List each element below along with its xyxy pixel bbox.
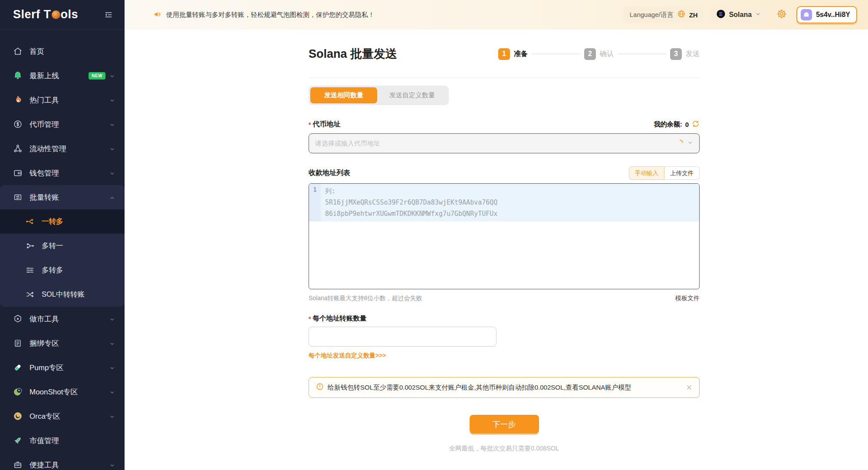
sidebar-item-convenience-tools[interactable]: 便捷工具 [0, 453, 125, 470]
sidebar-item-label: 代币管理 [30, 119, 59, 129]
sidebar-group-batch-transfer: 批量转账 一转多 多转一 多转多 S [0, 185, 125, 307]
manual-input-button[interactable]: 手动输入 [629, 166, 664, 180]
sidebar-item-label: MoonShot专区 [30, 387, 78, 397]
chevron-up-icon [109, 195, 115, 200]
sidebar-item-label: 流动性管理 [30, 144, 66, 154]
sidebar-item-sol-relay-transfer[interactable]: SOL中转转账 [0, 282, 125, 307]
sidebar-item-label: 便捷工具 [30, 460, 59, 470]
loading-spinner-icon [677, 139, 684, 148]
tab-custom-amount[interactable]: 发送自定义数量 [377, 87, 447, 103]
chevron-down-icon [109, 122, 115, 127]
balance-value: 0 [685, 121, 689, 128]
editor-line-number: 1 [309, 184, 321, 222]
recipients-label-row: 收款地址列表 手动输入 上传文件 [309, 166, 700, 180]
app-logo[interactable]: Slerf Tols [13, 8, 78, 21]
bundle-clipboard-icon [13, 338, 23, 348]
pill-icon [13, 363, 23, 372]
editor-placeholder-lines: 列: 5R16jjMXeQRsCSSo39F2r6QB7Da83wjEKt9AA… [321, 184, 699, 222]
sidebar-item-bundle-zone[interactable]: 捆绑专区 [0, 331, 125, 355]
sidebar-item-many-to-one[interactable]: 多转一 [0, 234, 125, 258]
sidebar-item-hot-tools[interactable]: 热门工具 [0, 88, 125, 112]
collapse-sidebar-icon[interactable] [103, 9, 114, 20]
sidebar-item-liquidity-mgmt[interactable]: 流动性管理 [0, 136, 125, 161]
input-mode-switch: 手动输入 上传文件 [629, 166, 700, 180]
sidebar-item-moonshot-zone[interactable]: MoonShot专区 [0, 380, 125, 404]
chevron-down-icon [109, 365, 115, 371]
sidebar-item-marketcap-mgmt[interactable]: 市值管理 [0, 428, 125, 453]
select-placeholder: 请选择或输入代币地址 [315, 139, 673, 148]
sidebar-menu: 首页 最新上线 NEW 热门工具 代币管理 [0, 30, 125, 470]
logo-text-suffix: ols [61, 8, 79, 21]
announcement-bar: 使用批量转账与多对多转账，轻松规避气泡图检测，保护您的交易隐私！ [153, 10, 375, 20]
refresh-icon[interactable] [692, 120, 700, 129]
title-row: Solana 批量发送 1 准备 2 确认 3 [309, 46, 700, 62]
sidebar-logo-row: Slerf Tols [0, 0, 125, 30]
sidebar-item-label: 最新上线 [30, 71, 59, 81]
rent-warning-banner: 给新钱包转SOL至少需要0.002SOL来支付账户租金,其他币种则自动扣除0.0… [309, 377, 700, 398]
hexagon-icon [13, 314, 23, 324]
solana-logo-icon [716, 9, 726, 20]
tab-same-amount[interactable]: 发送相同数量 [310, 87, 377, 103]
sidebar-item-one-to-many[interactable]: 一转多 [0, 209, 125, 234]
phantom-ghost-icon [801, 9, 812, 20]
required-mark: * [309, 121, 311, 128]
sidebar-item-label: Pump专区 [30, 363, 63, 373]
chevron-down-icon [109, 170, 115, 176]
balance-display: 我的余额: 0 [654, 120, 700, 129]
custom-amount-link[interactable]: 每个地址发送自定义数量>>> [309, 352, 386, 360]
batch-send-form: Solana 批量发送 1 准备 2 确认 3 [309, 30, 700, 470]
language-label: Language/语言 [630, 11, 674, 19]
recipients-editor[interactable]: 1 列: 5R16jjMXeQRsCSSo39F2r6QB7Da83wjEKt9… [309, 183, 700, 289]
fee-note: 全网最低，每批次交易只需要0.008SOL [309, 444, 700, 453]
chevron-down-icon [109, 389, 115, 395]
network-selector[interactable]: Solana [710, 7, 767, 23]
step-send: 3 发送 [670, 48, 700, 60]
chevron-down-icon [109, 97, 115, 103]
step-connector [618, 53, 666, 54]
step-number: 1 [498, 48, 510, 60]
network-name: Solana [729, 11, 752, 19]
chevron-down-icon [755, 11, 761, 19]
language-switcher[interactable]: Language/语言 ZH [624, 7, 704, 23]
balance-label: 我的余额: [654, 120, 682, 129]
announcement-text: 使用批量转账与多对多转账，轻松规避气泡图检测，保护您的交易隐私！ [166, 11, 375, 19]
step-number: 3 [670, 48, 682, 60]
sidebar-item-market-making[interactable]: 做市工具 [0, 307, 125, 331]
chevron-down-icon [109, 73, 115, 79]
editor-line: 列: [325, 185, 699, 197]
globe-icon [677, 10, 686, 20]
flame-icon [13, 95, 23, 105]
upload-file-button[interactable]: 上传文件 [664, 166, 700, 180]
sidebar-item-many-to-many[interactable]: 多转多 [0, 258, 125, 282]
moon-icon [13, 387, 23, 397]
close-icon[interactable] [686, 384, 692, 391]
shuffle-icon [25, 290, 35, 299]
sidebar-item-home[interactable]: 首页 [0, 39, 125, 63]
sidebar-item-orca-zone[interactable]: Orca专区 [0, 404, 125, 428]
recipients-label: 收款地址列表 [309, 169, 350, 178]
sidebar-item-label: 捆绑专区 [30, 338, 59, 348]
sidebar-item-batch-transfer[interactable]: 批量转账 [0, 185, 125, 209]
template-file-link[interactable]: 模板文件 [675, 295, 700, 302]
sidebar-item-wallet-mgmt[interactable]: 钱包管理 [0, 161, 125, 185]
sidebar-item-token-mgmt[interactable]: 代币管理 [0, 112, 125, 136]
batch-transfer-icon [13, 192, 23, 202]
sidebar-item-pump-zone[interactable]: Pump专区 [0, 355, 125, 380]
sidebar-item-label: 钱包管理 [30, 168, 59, 178]
settings-button[interactable] [773, 6, 790, 23]
step-label: 准备 [514, 50, 528, 59]
amount-per-address-label: * 每个地址转账数量 [309, 314, 700, 323]
wallet-button[interactable]: 5s4v..Hi8Y [796, 6, 857, 23]
token-address-select[interactable]: 请选择或输入代币地址 [309, 133, 700, 153]
new-badge: NEW [89, 72, 105, 79]
logo-sloth-icon [52, 10, 60, 19]
title-divider [309, 77, 700, 78]
editor-line: 5R16jjMXeQRsCSSo39F2r6QB7Da83wjEKt9AAbva… [325, 197, 699, 208]
topbar-controls: Language/语言 ZH Solana 5s4v..Hi8Y [624, 6, 857, 23]
gear-icon [776, 9, 787, 21]
chevron-down-icon [687, 139, 693, 147]
next-step-button[interactable]: 下一步 [470, 415, 539, 434]
amount-per-address-input[interactable] [309, 327, 496, 347]
sidebar-item-newest[interactable]: 最新上线 NEW [0, 63, 125, 88]
step-confirm: 2 确认 [584, 48, 614, 60]
